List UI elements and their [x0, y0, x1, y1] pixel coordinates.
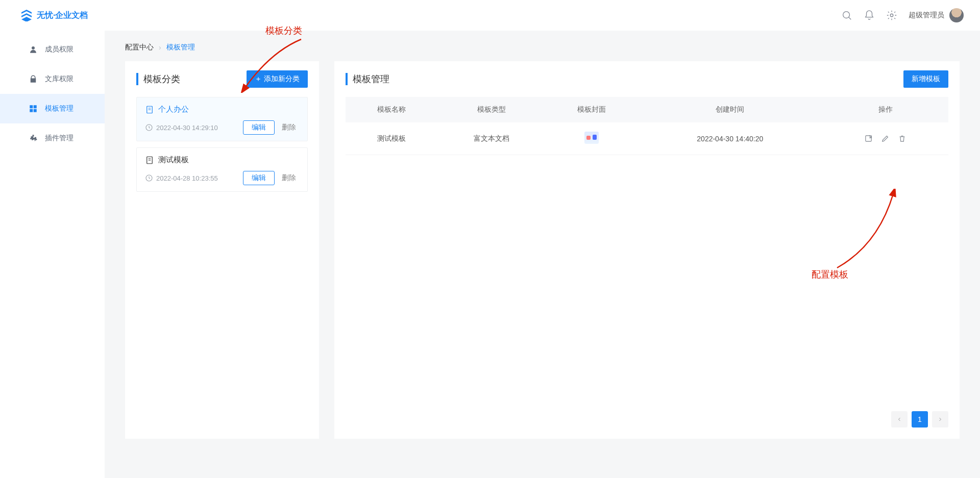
brand-logo[interactable]: 无忧·企业文档	[20, 9, 88, 21]
sidebar-item-plugins[interactable]: 插件管理	[0, 123, 105, 153]
puzzle-icon	[29, 134, 38, 143]
breadcrumb: 配置中心 › 模板管理	[125, 43, 960, 52]
category-card[interactable]: 测试模板 2022-04-28 10:23:55 编辑 删除	[136, 147, 308, 192]
brand-text: 无忧·企业文档	[37, 10, 88, 21]
grid-icon	[29, 104, 38, 113]
delete-category-button[interactable]: 删除	[279, 171, 299, 185]
cell-type: 富文本文档	[437, 122, 546, 155]
topbar-right: 超级管理员	[841, 8, 964, 22]
search-icon[interactable]	[841, 10, 852, 21]
doc-icon	[145, 156, 154, 165]
clock-icon	[145, 123, 153, 132]
configure-icon[interactable]	[864, 134, 873, 143]
crumb-separator: ›	[159, 43, 161, 52]
edit-category-button[interactable]: 编辑	[243, 171, 275, 185]
avatar	[949, 8, 964, 22]
category-card[interactable]: 个人办公 2022-04-30 14:29:10 编辑 删除	[136, 97, 308, 141]
col-cover: 模板封面	[546, 97, 638, 122]
category-name: 个人办公	[158, 105, 189, 114]
sidebar-item-label: 成员权限	[45, 45, 74, 54]
topbar: 无忧·企业文档 超级管理员	[0, 0, 980, 31]
sidebar-item-members[interactable]: 成员权限	[0, 35, 105, 64]
cell-cover	[546, 122, 638, 155]
svg-point-2	[890, 14, 893, 17]
edit-category-button[interactable]: 编辑	[243, 120, 275, 135]
svg-line-1	[849, 17, 851, 20]
delete-category-button[interactable]: 删除	[279, 121, 299, 134]
cell-time: 2022-04-30 14:40:20	[638, 122, 823, 155]
add-category-label: 添加新分类	[264, 74, 300, 84]
svg-point-0	[843, 12, 850, 18]
page-number[interactable]: 1	[912, 411, 928, 427]
gear-icon[interactable]	[886, 10, 897, 21]
person-icon	[29, 45, 38, 54]
table-row: 测试模板 富文本文档 2022-04-30 14:40:20	[346, 122, 948, 155]
template-table: 模板名称 模板类型 模板封面 创建时间 操作 测试模板 富文本文档 2022-	[346, 97, 948, 155]
cell-actions	[823, 122, 948, 155]
sidebar-item-label: 模板管理	[45, 104, 74, 113]
add-template-button[interactable]: 新增模板	[903, 70, 948, 88]
cover-thumb-icon	[584, 132, 599, 144]
delete-icon[interactable]	[898, 134, 906, 143]
user-label: 超级管理员	[909, 11, 944, 20]
edit-icon[interactable]	[881, 134, 890, 143]
page-next[interactable]	[932, 411, 948, 427]
cell-name: 测试模板	[346, 122, 437, 155]
crumb-root[interactable]: 配置中心	[125, 43, 154, 52]
doc-icon	[145, 105, 154, 114]
bell-icon[interactable]	[864, 10, 875, 21]
add-template-label: 新增模板	[912, 74, 940, 84]
col-actions: 操作	[823, 97, 948, 122]
clock-icon	[145, 174, 153, 182]
page-prev[interactable]	[891, 411, 908, 427]
lock-icon	[29, 74, 38, 84]
content-area: 配置中心 › 模板管理 模板分类 ＋ 添加新分类 个人办公	[105, 31, 980, 478]
category-panel-title: 模板分类	[136, 73, 180, 85]
category-time: 2022-04-30 14:29:10	[156, 124, 218, 132]
sidebar-item-library[interactable]: 文库权限	[0, 64, 105, 94]
template-panel-title: 模板管理	[346, 73, 389, 85]
template-panel: 模板管理 新增模板 模板名称 模板类型 模板封面 创建时间 操作	[334, 61, 960, 439]
category-name: 测试模板	[158, 155, 189, 165]
col-created: 创建时间	[638, 97, 823, 122]
brand-icon	[20, 9, 33, 21]
col-name: 模板名称	[346, 97, 437, 122]
category-panel: 模板分类 ＋ 添加新分类 个人办公 2022-04-30 14:29:	[125, 61, 319, 439]
sidebar: 成员权限 文库权限 模板管理 插件管理	[0, 31, 105, 478]
sidebar-item-label: 插件管理	[45, 134, 74, 143]
crumb-current: 模板管理	[166, 43, 195, 52]
pager: 1	[346, 401, 948, 427]
sidebar-item-label: 文库权限	[45, 74, 74, 84]
user-menu[interactable]: 超级管理员	[909, 8, 964, 22]
add-category-button[interactable]: ＋ 添加新分类	[247, 70, 308, 88]
sidebar-item-templates[interactable]: 模板管理	[0, 94, 105, 123]
svg-rect-7	[866, 136, 871, 141]
col-type: 模板类型	[437, 97, 546, 122]
plus-icon: ＋	[255, 74, 262, 84]
category-time: 2022-04-28 10:23:55	[156, 174, 218, 182]
